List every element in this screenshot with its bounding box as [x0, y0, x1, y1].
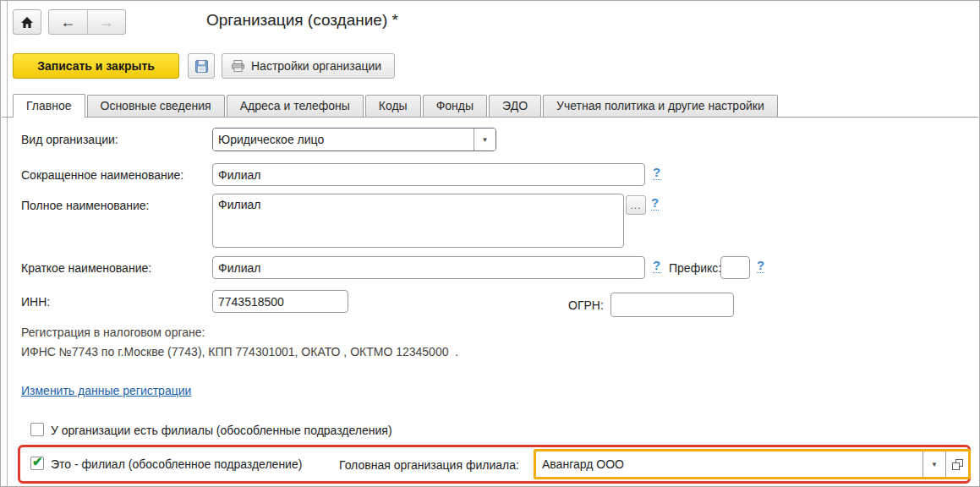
short-name-label: Сокращенное наименование: [21, 168, 183, 182]
chevron-down-icon: ▼ [482, 136, 489, 144]
tab-osnovnye-svedeniya[interactable]: Основные сведения [87, 95, 225, 117]
prefix-help-link[interactable]: ? [757, 259, 764, 273]
org-type-input[interactable] [213, 129, 474, 150]
brief-name-label: Краткое наименование: [21, 261, 151, 275]
ogrn-input[interactable] [610, 293, 734, 317]
org-settings-button[interactable]: Настройки организации [222, 53, 395, 79]
full-name-textarea[interactable]: Филиал [212, 194, 624, 248]
registration-title: Регистрация в налоговом органе: [21, 326, 205, 339]
ogrn-label: ОГРН: [568, 298, 604, 312]
left-divider [7, 1, 8, 486]
forward-arrow-icon: → [99, 14, 114, 31]
organization-create-window: ← → Организация (создание) * Записать и … [0, 0, 980, 487]
brief-name-input[interactable] [212, 256, 645, 279]
brief-name-help-link[interactable]: ? [653, 259, 660, 273]
short-name-help-link[interactable]: ? [653, 166, 660, 180]
is-branch-label: Это - филиал (обособленное подразделение… [51, 457, 302, 471]
open-form-icon [951, 458, 964, 471]
has-branches-checkbox[interactable] [30, 423, 44, 436]
tab-adresa-i-telefony[interactable]: Адреса и телефоны [227, 95, 364, 117]
inn-label: ИНН: [21, 295, 50, 309]
tab-fondy[interactable]: Фонды [423, 95, 487, 117]
org-type-combobox: ▼ [212, 128, 496, 151]
short-name-input[interactable] [212, 163, 645, 186]
chevron-down-icon: ▼ [931, 461, 938, 468]
is-branch-check-icon: ✔ [32, 454, 43, 469]
is-branch-checkbox[interactable]: ✔ [30, 457, 44, 470]
registration-details: ИФНС №7743 по г.Москве (7743), КПП 77430… [21, 345, 458, 358]
back-button[interactable]: ← [49, 10, 88, 34]
back-arrow-icon: ← [60, 14, 75, 31]
full-name-label: Полное наименование: [21, 199, 149, 212]
home-icon [20, 16, 34, 29]
history-nav-group: ← → [48, 9, 126, 35]
page-title: Организация (создание) * [206, 11, 398, 30]
head-org-combobox: ▼ [534, 449, 971, 479]
full-name-help-link[interactable]: ? [651, 196, 659, 211]
inn-input[interactable] [212, 290, 348, 313]
head-org-open-button[interactable] [945, 451, 968, 477]
save-button[interactable] [188, 53, 215, 79]
org-settings-label: Настройки организации [251, 59, 381, 73]
prefix-label: Префикс: [669, 261, 721, 275]
tab-kody[interactable]: Коды [365, 95, 421, 117]
has-branches-label: У организации есть филиалы (обособленные… [51, 424, 392, 437]
tab-uchetnaya-politika[interactable]: Учетная политика и другие настройки [543, 95, 778, 117]
printer-icon [231, 59, 245, 73]
change-registration-link[interactable]: Изменить данные регистрации [21, 384, 191, 397]
save-icon [194, 59, 209, 74]
org-type-dropdown-button[interactable]: ▼ [474, 129, 495, 150]
head-org-input[interactable] [536, 451, 923, 477]
prefix-input[interactable] [720, 256, 750, 279]
tab-bar: Главное Основные сведения Адреса и телеф… [13, 94, 778, 118]
save-and-close-button[interactable]: Записать и закрыть [13, 53, 179, 79]
home-button[interactable] [13, 9, 41, 35]
forward-button[interactable]: → [88, 10, 126, 34]
tab-edo[interactable]: ЭДО [489, 95, 541, 117]
head-org-dropdown-button[interactable]: ▼ [923, 451, 945, 477]
full-name-more-button[interactable]: ... [626, 195, 646, 215]
head-org-label: Головная организация филиала: [339, 458, 519, 472]
org-type-label: Вид организации: [21, 133, 118, 146]
tab-glavnoe[interactable]: Главное [13, 94, 85, 118]
